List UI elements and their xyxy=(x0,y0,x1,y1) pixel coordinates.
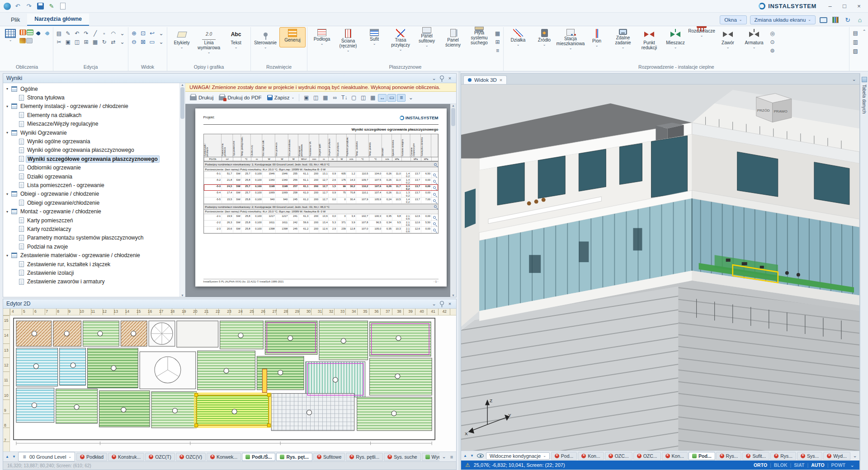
panel-book-icon[interactable]: ▥ xyxy=(851,38,860,46)
format-painter-icon[interactable]: ✎ xyxy=(64,29,72,37)
view-3d-canvas[interactable]: PRZÓD PRAWO Z Y X xyxy=(461,85,859,451)
zoom-row-icon[interactable] xyxy=(433,186,436,189)
zoom-out-icon[interactable]: ⊖ xyxy=(130,38,138,46)
minimize-button[interactable]: – xyxy=(823,1,837,11)
table-data-row[interactable]: -5-151,7SW25,70,1001946194625561,120013,… xyxy=(204,172,438,178)
view-grid-icon[interactable]: ▦ xyxy=(368,94,377,102)
sync-icon[interactable]: ↻ xyxy=(843,16,852,24)
pump-icon[interactable]: ⊙ xyxy=(768,38,777,46)
home-icon[interactable]: ⌂ xyxy=(855,16,864,24)
layer-tab-wyd[interactable]: Wyd... xyxy=(823,452,850,460)
layer-tab-konstruk[interactable]: Konstruk... xyxy=(108,453,144,461)
view-double-icon[interactable]: ◫ xyxy=(359,94,368,102)
down-icon[interactable]: ▼ xyxy=(469,454,475,458)
tree-item[interactable]: Zestawienie zaworów i armatury xyxy=(3,277,179,286)
tree-item[interactable]: Strona tytułowa xyxy=(3,93,179,102)
tree-item[interactable]: Wyniki szczegółowe ogrzewania płaszczyzn… xyxy=(3,155,179,163)
chevron-down-icon[interactable]: ⌄ xyxy=(157,38,165,46)
layer-tab-rys-pętli[interactable]: Rys. pętli... xyxy=(346,453,383,461)
ribbon-button-mieszacz[interactable]: Mieszacz⌄ xyxy=(662,27,689,55)
mode-powt[interactable]: POWT xyxy=(831,462,846,468)
mode-orto[interactable]: ORTO xyxy=(754,462,767,468)
ribbon-button-linia-wymiarowa[interactable]: 2.0Linia wymiarowa⌄ xyxy=(196,27,222,55)
palette-icon[interactable] xyxy=(19,38,26,43)
new-file-icon[interactable] xyxy=(60,3,66,9)
ribbon-button-armatura[interactable]: Armatura⌄ xyxy=(741,27,767,55)
close-icon[interactable]: × xyxy=(447,75,453,81)
zoom-window-icon[interactable]: ⊡ xyxy=(139,29,147,37)
duplicate-icon[interactable]: ◫ xyxy=(73,38,81,46)
undo-icon[interactable]: ↶ xyxy=(13,2,22,11)
eye-icon[interactable] xyxy=(476,452,485,460)
chevron-down-icon[interactable]: ⌄ xyxy=(157,29,165,37)
menu-icon[interactable]: ≡ xyxy=(448,454,455,460)
table-data-row[interactable]: -2-320,6SW25,80,1001398139824561,220012,… xyxy=(204,227,438,233)
report-preview[interactable]: Projekt: INSTALSYSTEM Wyniki szczegółowe… xyxy=(185,104,456,297)
ribbon-button-pion[interactable]: Pion⌄ xyxy=(584,27,610,55)
mode-auto[interactable]: AUTO xyxy=(811,462,825,468)
ribbon-button-trasa-przyłączy[interactable]: Trasa przyłączy⌄ xyxy=(387,27,414,53)
floor-plan-canvas[interactable] xyxy=(10,315,456,451)
layer-tab-pod[interactable]: Pod... xyxy=(551,452,577,460)
mode-blok[interactable]: BLOK xyxy=(774,462,788,468)
cut-icon[interactable]: ✂ xyxy=(55,38,63,46)
calc-chart-icon[interactable] xyxy=(19,29,26,35)
undo-icon[interactable]: ↶ xyxy=(73,29,81,37)
arc-icon[interactable]: ◠ xyxy=(109,29,118,37)
tree-item[interactable]: ▾Ogólne xyxy=(3,85,179,93)
table-data-row[interactable]: -2-119,9SW25,80,1001217121724161,320013,… xyxy=(204,214,438,221)
line-icon[interactable]: ╱ xyxy=(91,29,99,37)
zoom-row-icon[interactable] xyxy=(433,180,436,183)
zoom-in-icon[interactable]: ⊕ xyxy=(130,29,138,37)
expand-arrow-icon[interactable]: ▾ xyxy=(5,87,9,91)
tree-item[interactable]: Lista pomieszczeń - ogrzewanie xyxy=(3,181,179,189)
up-icon[interactable]: ▲ xyxy=(5,455,10,459)
search-icon[interactable]: ∞ xyxy=(330,94,339,102)
zoom-row-icon[interactable] xyxy=(433,193,436,196)
layer-tab-podł-ś[interactable]: Podł./Ś... xyxy=(242,453,275,461)
ribbon-button-działka[interactable]: Działka⌄ xyxy=(505,27,531,55)
obliczenia-button[interactable]: ⌄ xyxy=(2,27,19,43)
scroll-down-icon[interactable]: ▼ xyxy=(452,294,455,297)
down-icon[interactable]: ▼ xyxy=(11,455,17,459)
tree-item[interactable]: ▾Wyniki Ogrzewanie xyxy=(3,128,179,137)
panel-tables-icon[interactable]: ▤ xyxy=(851,29,860,37)
rotate-icon[interactable]: ↻ xyxy=(100,38,108,46)
paste-icon[interactable]: ▤ xyxy=(55,29,63,37)
tree-item[interactable]: Obiegi ogrzewanie/chłodzenie xyxy=(3,198,179,207)
ribbon-button-tekst[interactable]: AbcTekst⌄ xyxy=(223,27,249,50)
layer-tab-kon[interactable]: Kon... xyxy=(662,452,688,460)
zoom-row-icon[interactable] xyxy=(434,163,437,166)
ribbon-button-panel-ścienny[interactable]: Panel ścienny xyxy=(440,27,466,53)
node-icon[interactable]: ▫ xyxy=(100,29,108,37)
layer-tab-kon[interactable]: Kon... xyxy=(578,452,604,460)
ribbon-button-panel-sufitowy[interactable]: Panel sufitowy⌄ xyxy=(414,27,440,53)
app-icon[interactable] xyxy=(4,3,11,10)
copy-icon[interactable]: ▣ xyxy=(64,38,72,46)
expand-arrow-icon[interactable]: ▾ xyxy=(5,104,9,108)
chevron-down-icon[interactable]: ⌄ xyxy=(431,75,437,81)
tree-item[interactable]: Mieszacze/Węzły regulacyjne xyxy=(3,120,179,128)
table-data-row[interactable]: -5-417,4SW25,70,1001069106925861,020012,… xyxy=(204,191,438,197)
scroll-up-icon[interactable]: ▲ xyxy=(452,104,455,107)
ribbon-button-sterowanie[interactable]: Sterowanie⌄ xyxy=(252,27,278,50)
ribbon-button-zdalne-zadanie[interactable]: Zdalne zadanie⌄ xyxy=(610,27,636,55)
ribbon-collapse-icon[interactable]: ⌃ xyxy=(862,27,867,36)
layer-tab-sufitowe[interactable]: Sufitowe xyxy=(313,453,345,461)
zoom-row-icon[interactable] xyxy=(433,216,436,219)
level-dropdown[interactable]: ≡ 00 Ground Level ⌄ xyxy=(18,452,75,461)
calc-results-icon[interactable] xyxy=(27,29,33,35)
drukuj-pdf-button[interactable]: Drukuj do PDF xyxy=(217,94,263,101)
tab-widok-3d[interactable]: Widok 3D × xyxy=(463,75,507,84)
edit-icon[interactable]: ✎ xyxy=(47,2,56,11)
ribbon-button-płyta-systemu-suchego[interactable]: Płyta systemu suchego xyxy=(466,27,492,53)
expand-arrow-icon[interactable]: ▾ xyxy=(5,192,9,196)
tree-item[interactable]: Odbiorniki ogrzewanie xyxy=(3,164,179,172)
menu-icon[interactable]: ≡ xyxy=(493,47,502,54)
layer-tab-ozc-t[interactable]: OZC(T) xyxy=(145,453,175,461)
fit-page-icon[interactable]: ▭ xyxy=(387,94,396,102)
ribbon-button-generuj[interactable]: Generuj xyxy=(279,27,306,47)
close-icon[interactable]: × xyxy=(447,301,453,306)
expand-arrow-icon[interactable]: ▾ xyxy=(5,210,9,214)
up-icon[interactable]: ▲ xyxy=(462,454,468,458)
